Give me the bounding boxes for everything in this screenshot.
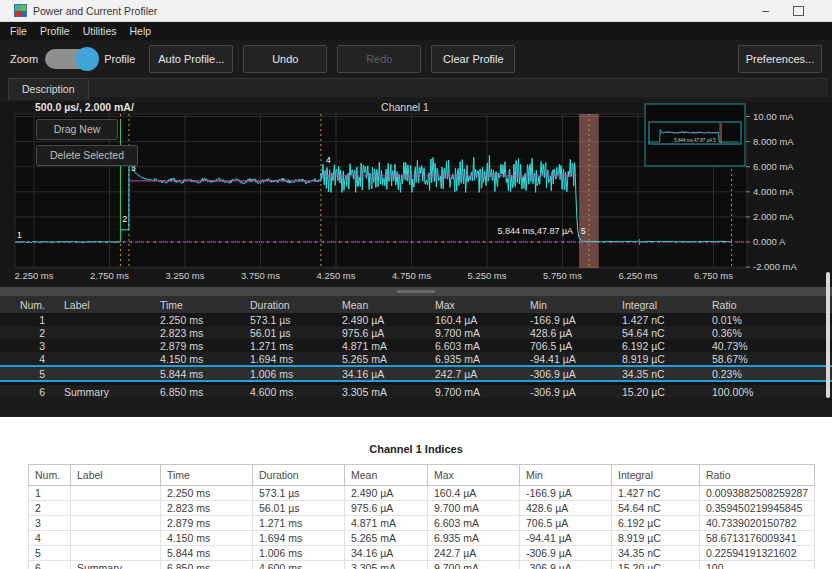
overview-inset[interactable] <box>645 104 745 166</box>
table-cell: 34.35 nC <box>616 368 706 380</box>
column-header[interactable]: Label <box>58 299 154 311</box>
table-cell: 706.5 µA <box>524 340 616 352</box>
auto-profile-button[interactable]: Auto Profile... <box>149 45 233 73</box>
table-cell: 9.700 mA <box>429 386 524 398</box>
indices-cell <box>71 531 161 546</box>
indices-cell: 5.844 ms <box>161 546 253 561</box>
indices-cell: 15.20 µC <box>612 561 700 569</box>
table-row[interactable]: 32.879 ms1.271 ms4.871 mA6.603 mA706.5 µ… <box>0 339 832 352</box>
menu-file[interactable]: File <box>10 25 27 37</box>
indices-cell: 34.35 nC <box>612 546 700 561</box>
table-cell: 15.20 µC <box>616 386 706 398</box>
column-header[interactable]: Ratio <box>706 299 832 311</box>
table-cell: 2.823 ms <box>154 327 244 339</box>
table-cell: 428.6 µA <box>524 327 616 339</box>
zoom-profile-toggle[interactable] <box>45 49 97 69</box>
minimize-button[interactable]: – <box>762 6 769 16</box>
panel-splitter[interactable] <box>0 287 832 296</box>
table-cell: 5 <box>0 368 58 380</box>
indices-cell: 6.192 µC <box>612 516 700 531</box>
vertical-scrollbar[interactable] <box>826 272 830 398</box>
tab-description[interactable]: Description <box>8 78 89 100</box>
column-header[interactable]: Time <box>154 299 244 311</box>
indices-cell: -166.9 µA <box>520 486 612 501</box>
column-header[interactable]: Min <box>524 299 616 311</box>
table-cell: 573.1 µs <box>244 314 336 326</box>
region-marker: 2 <box>123 214 128 224</box>
indices-cell: 6.603 mA <box>428 516 520 531</box>
table-cell: 100.00% <box>706 386 832 398</box>
x-axis-label: 4.250 ms <box>316 270 355 281</box>
table-cell: 1.006 ms <box>244 368 336 380</box>
delete-selected-button[interactable]: Delete Selected <box>36 145 138 166</box>
indices-row: 55.844 ms1.006 ms34.16 µA242.7 µA-306.9 … <box>29 546 815 561</box>
indices-cell: 706.5 µA <box>520 516 612 531</box>
drag-new-button[interactable]: Drag New <box>36 119 118 140</box>
indices-cell: 3.305 mA <box>345 561 428 569</box>
table-cell: 1.694 ms <box>244 353 336 365</box>
indices-column-header: Ratio <box>700 465 815 486</box>
table-cell: 1 <box>0 314 58 326</box>
table-cell: 6 <box>0 386 58 398</box>
clear-profile-button[interactable]: Clear Profile <box>431 45 515 73</box>
indices-column-header: Max <box>428 465 520 486</box>
table-row[interactable]: 22.823 ms56.01 µs975.6 µA9.700 mA428.6 µ… <box>0 326 832 339</box>
indices-cell: 0.22594191321602 <box>700 546 815 561</box>
indices-cell: -306.9 µA <box>520 561 612 569</box>
indices-cell: 5 <box>29 546 71 561</box>
table-row[interactable]: 6Summary6.850 ms4.600 ms3.305 mA9.700 mA… <box>0 385 832 398</box>
x-axis-label: 5.750 ms <box>543 270 582 281</box>
indices-cell <box>71 486 161 501</box>
indices-cell: 9.700 mA <box>428 501 520 516</box>
table-row[interactable]: 12.250 ms573.1 µs2.490 µA160.4 µA-166.9 … <box>0 313 832 326</box>
indices-cell: 4.871 mA <box>345 516 428 531</box>
y-axis-label: 6.000 mA <box>753 161 794 172</box>
column-header[interactable]: Duration <box>244 299 336 311</box>
table-cell: 2 <box>0 327 58 339</box>
indices-title: Channel 1 Indices <box>0 417 832 455</box>
splitter-grip-icon[interactable] <box>397 290 435 293</box>
tab-strip-filler <box>89 78 828 97</box>
app-window: Power and Current Profiler – File Profil… <box>0 0 832 417</box>
region-marker: 5 <box>581 226 586 236</box>
column-header[interactable]: Num. <box>0 299 58 311</box>
indices-cell: 0.0093882508259287 <box>700 486 815 501</box>
table-row[interactable]: 44.150 ms1.694 ms5.265 mA6.935 mA-94.41 … <box>0 352 832 365</box>
table-row-selected[interactable]: 55.844 ms1.006 ms34.16 µA242.7 µA-306.9 … <box>0 365 832 382</box>
toggle-knob[interactable] <box>75 47 99 71</box>
menu-bar: File Profile Utilities Help <box>0 22 832 40</box>
indices-cell: 160.4 µA <box>428 486 520 501</box>
table-cell: 40.73% <box>706 340 832 352</box>
indices-cell: 2.490 µA <box>345 486 428 501</box>
tab-strip: Description <box>0 78 832 102</box>
cursor-annotation: 5.844 ms,47.87 µA <box>497 226 573 236</box>
table-cell: 5.844 ms <box>154 368 244 380</box>
chart-scale-label: 500.0 µs/, 2.000 mA/ <box>35 102 134 113</box>
y-axis-label: 8.000 mA <box>753 136 794 147</box>
table-cell: 3 <box>0 340 58 352</box>
plot-area[interactable] <box>15 114 747 268</box>
chart-canvas[interactable]: 500.0 µs/, 2.000 mA/Channel 1123455.844 … <box>0 102 832 287</box>
table-cell: -94.41 µA <box>524 353 616 365</box>
x-axis-label: 2.250 ms <box>14 270 53 281</box>
indices-cell: 100 <box>700 561 815 569</box>
maximize-button[interactable] <box>793 6 804 16</box>
menu-utilities[interactable]: Utilities <box>83 25 117 37</box>
menu-help[interactable]: Help <box>130 25 152 37</box>
column-header[interactable]: Max <box>429 299 524 311</box>
indices-cell <box>71 546 161 561</box>
app-icon <box>14 4 27 17</box>
menu-profile[interactable]: Profile <box>40 25 70 37</box>
indices-row: 32.879 ms1.271 ms4.871 mA6.603 mA706.5 µ… <box>29 516 815 531</box>
indices-cell: 4.600 ms <box>253 561 345 569</box>
y-axis-label: 2.000 mA <box>753 211 794 222</box>
undo-button[interactable]: Undo <box>243 45 327 73</box>
table-cell: 58.67% <box>706 353 832 365</box>
table-cell: -306.9 µA <box>524 386 616 398</box>
preferences-button[interactable]: Preferences... <box>738 45 822 73</box>
column-header[interactable]: Integral <box>616 299 706 311</box>
table-cell: 2.879 ms <box>154 340 244 352</box>
indices-cell: 573.1 µs <box>253 486 345 501</box>
table-cell: 4.150 ms <box>154 353 244 365</box>
column-header[interactable]: Mean <box>336 299 429 311</box>
